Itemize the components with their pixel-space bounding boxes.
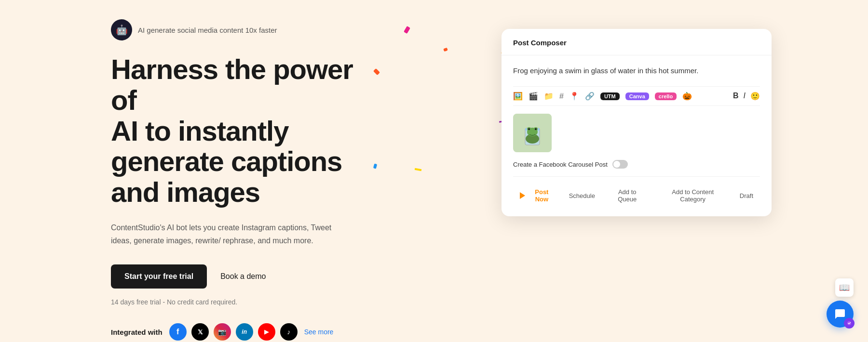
toolbar: 🖼️ 🎬 📁 # 📍 🔗 UTM Canva crello 🎃 B I 🙂 [513,86,760,106]
draft-button[interactable]: Draft [733,188,760,203]
see-more-link[interactable]: See more [304,328,334,336]
link-icon[interactable]: 🔗 [585,92,595,101]
frog-image [513,114,552,152]
subtext: ContentStudio's AI bot lets you create I… [111,221,342,247]
composer-body: Frog enjoying a swim in glass of water i… [502,55,772,216]
folder-icon[interactable]: 📁 [544,92,554,101]
left-section: 🤖 AI generate social media content 10x f… [111,19,381,341]
add-to-queue-label: Add to Queue [609,188,646,203]
image-preview [513,114,552,152]
canva-badge[interactable]: Canva [625,92,649,100]
composer-title: Post Composer [513,39,567,47]
schedule-label: Schedule [569,192,595,199]
add-to-category-label: Add to Content Category [659,188,726,203]
composer-header: Post Composer [502,29,772,55]
headline-line1: Harness the power of [111,53,353,116]
svg-point-9 [847,321,851,325]
confetti-12 [415,168,421,171]
robot-emoji: 🤖 [116,24,128,36]
cta-row: Start your free trial Book a demo [111,264,381,289]
headline-line2: AI to instantly [111,115,288,146]
carousel-row: Create a Facebook Carousel Post [513,160,760,177]
confetti-11 [443,48,448,52]
video-icon[interactable]: 🎬 [529,92,538,101]
facebook-icon[interactable]: f [169,323,187,341]
hashtag-icon[interactable]: # [559,92,564,101]
bold-icon[interactable]: B [733,92,739,101]
svg-point-8 [535,128,537,130]
robot-icon: 🤖 [111,19,132,40]
integration-label: Integrated with [111,328,163,336]
confetti-1 [404,26,410,34]
carousel-toggle[interactable] [612,160,628,169]
action-row: Post Now Schedule Add to Queue Add to Co… [513,184,760,207]
emoji-badge[interactable]: 🎃 [682,92,692,101]
post-now-label: Post Now [528,188,556,203]
right-section: Post Composer Frog enjoying a swim in gl… [502,29,772,216]
book-demo-button[interactable]: Book a demo [220,272,266,281]
schedule-button[interactable]: Schedule [562,188,602,203]
chat-bubble[interactable] [827,301,854,328]
emoji-icon[interactable]: 🙂 [750,92,760,101]
add-to-category-button[interactable]: Add to Content Category [652,184,732,207]
chat-book-icon[interactable]: 📖 [835,278,854,297]
post-now-button[interactable]: Post Now [513,184,562,207]
x-twitter-icon[interactable]: 𝕏 [191,323,209,341]
add-to-queue-button[interactable]: Add to Queue [602,184,653,207]
linkedin-icon[interactable]: in [236,323,253,341]
chat-ai-badge [844,318,854,329]
chat-widget: 📖 [827,278,854,328]
instagram-icon[interactable]: 📷 [214,323,231,341]
youtube-icon[interactable]: ▶ [258,323,275,341]
integration-row: Integrated with f 𝕏 📷 in ▶ ♪ See more [111,323,381,341]
badge-text: AI generate social media content 10x fas… [138,26,277,34]
composer-body-text: Frog enjoying a swim in glass of water i… [513,65,760,77]
toolbar-right: B I 🙂 [733,92,760,101]
location-icon[interactable]: 📍 [570,92,579,101]
composer-card: Post Composer Frog enjoying a swim in gl… [502,29,772,216]
svg-point-7 [528,128,530,130]
trial-note: 14 days free trial - No credit card requ… [111,298,381,306]
carousel-label: Create a Facebook Carousel Post [513,161,608,168]
badge-row: 🤖 AI generate social media content 10x f… [111,19,381,40]
main-headline: Harness the power of AI to instantly gen… [111,54,381,208]
social-icons: f 𝕏 📷 in ▶ ♪ [169,323,298,341]
utm-badge[interactable]: UTM [600,92,620,100]
tiktok-icon[interactable]: ♪ [280,323,298,341]
draft-label: Draft [740,192,753,199]
crello-badge[interactable]: crello [655,92,677,100]
italic-icon[interactable]: I [744,92,746,101]
headline-line4: and images [111,176,260,208]
start-trial-button[interactable]: Start your free trial [111,264,207,289]
headline-line3: generate captions [111,145,342,177]
image-icon[interactable]: 🖼️ [513,92,523,101]
play-icon [520,192,525,199]
